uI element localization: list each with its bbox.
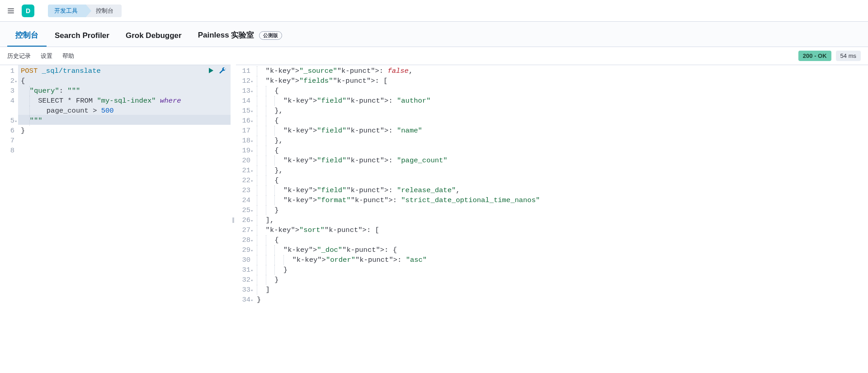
space-logo[interactable]: D <box>22 5 34 17</box>
tab-painless-lab[interactable]: Painless 实验室 公测版 <box>190 22 290 47</box>
status-ok-badge: 200 - OK <box>798 51 831 61</box>
editor-actions <box>207 67 226 77</box>
play-icon[interactable] <box>207 67 214 77</box>
hamburger-icon[interactable] <box>5 5 16 16</box>
response-code: "k-key">"_source""k-punct">: false, "k-k… <box>254 65 868 373</box>
editor-wrap: 12▾34 5▾678 POST _sql/translate{ "query"… <box>0 65 868 373</box>
response-editor[interactable]: 1112▾13▾1415▾16▾1718▾19▾2021▾22▾232425▾2… <box>236 65 868 373</box>
request-gutter: 12▾34 5▾678 <box>0 65 18 373</box>
pane-splitter[interactable]: ‖ <box>231 65 236 373</box>
response-gutter: 1112▾13▾1415▾16▾1718▾19▾2021▾22▾232425▾2… <box>236 65 254 373</box>
link-history[interactable]: 历史记录 <box>7 52 31 60</box>
beta-badge: 公测版 <box>259 31 282 40</box>
tab-console[interactable]: 控制台 <box>7 22 47 47</box>
status-badges: 200 - OK 54 ms <box>798 51 861 61</box>
breadcrumb-item-devtools[interactable]: 开发工具 <box>48 5 86 17</box>
request-code[interactable]: POST _sql/translate{ "query": """ SELECT… <box>18 65 231 373</box>
tab-search-profiler[interactable]: Search Profiler <box>47 23 118 47</box>
link-settings[interactable]: 设置 <box>41 52 52 60</box>
breadcrumb: 开发工具 控制台 <box>48 5 122 17</box>
link-help[interactable]: 帮助 <box>62 52 74 60</box>
topbar: D 开发工具 控制台 <box>0 0 868 22</box>
tab-grok-debugger[interactable]: Grok Debugger <box>118 23 190 47</box>
status-time-badge: 54 ms <box>836 51 861 61</box>
space-logo-letter: D <box>26 7 30 14</box>
tabs-row: 控制台 Search Profiler Grok Debugger Painle… <box>0 22 868 47</box>
sub-links: 历史记录 设置 帮助 <box>7 52 74 60</box>
wrench-icon[interactable] <box>219 67 226 77</box>
console-subrow: 历史记录 设置 帮助 200 - OK 54 ms <box>0 47 868 65</box>
request-editor[interactable]: 12▾34 5▾678 POST _sql/translate{ "query"… <box>0 65 231 373</box>
